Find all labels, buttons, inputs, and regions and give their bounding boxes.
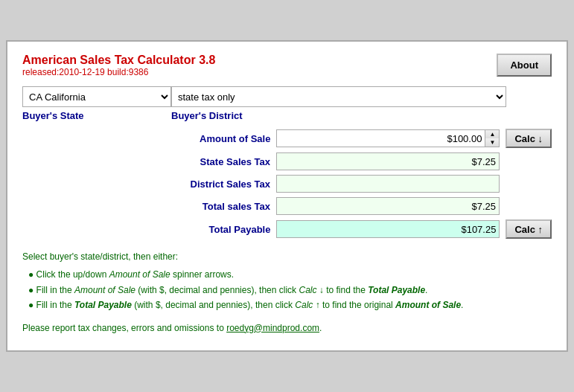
- header: American Sales Tax Calculator 3.8 releas…: [22, 54, 552, 77]
- district-sales-tax-label: District Sales Tax: [121, 179, 270, 190]
- buyer-district-label: Buyer's District: [171, 110, 243, 121]
- amount-of-sale-row: Amount of Sale ▲ ▼ Calc ↓: [22, 129, 552, 148]
- about-button[interactable]: About: [497, 54, 552, 77]
- amount-of-sale-label: Amount of Sale: [121, 133, 270, 144]
- app-subtitle: released:2010-12-19 build:9386: [22, 67, 215, 77]
- app-title: American Sales Tax Calculator 3.8: [22, 54, 215, 67]
- instruction-2: Fill in the Amount of Sale (with $, deci…: [28, 283, 552, 298]
- total-sales-tax-row: Total sales Tax: [22, 197, 552, 215]
- district-sales-tax-input: [276, 175, 500, 193]
- district-select[interactable]: state tax only: [171, 86, 506, 107]
- spinner: ▲ ▼: [485, 129, 500, 147]
- spinner-up[interactable]: ▲: [485, 130, 499, 138]
- main-window: American Sales Tax Calculator 3.8 releas…: [6, 40, 568, 352]
- total-payable-label: Total Payable: [121, 224, 270, 235]
- buyer-state-label: Buyer's State: [22, 110, 171, 121]
- state-sales-tax-input: [276, 152, 500, 170]
- calc-up-button[interactable]: Calc ↑: [506, 219, 552, 239]
- total-payable-input[interactable]: [276, 220, 500, 238]
- total-sales-tax-label: Total sales Tax: [121, 201, 270, 212]
- email-link[interactable]: roedyg@mindprod.com: [226, 323, 319, 333]
- calc-down-button[interactable]: Calc ↓: [506, 129, 552, 148]
- report-text: Please report tax changes, errors and om…: [22, 321, 552, 335]
- state-select[interactable]: CA California: [22, 86, 171, 107]
- district-sales-tax-row: District Sales Tax: [22, 175, 552, 193]
- amount-of-sale-wrapper: ▲ ▼: [276, 129, 500, 147]
- selectors-row: CA California state tax only: [22, 86, 552, 107]
- instruction-1: Click the up/down Amount of Sale spinner…: [28, 267, 552, 282]
- instructions: Select buyer's state/district, then eith…: [22, 249, 552, 335]
- state-sales-tax-row: State Sales Tax: [22, 152, 552, 170]
- labels-row: Buyer's State Buyer's District: [22, 110, 552, 121]
- state-sales-tax-label: State Sales Tax: [121, 156, 270, 167]
- spinner-down[interactable]: ▼: [485, 138, 499, 147]
- instructions-intro: Select buyer's state/district, then eith…: [22, 249, 552, 264]
- instructions-list: Click the up/down Amount of Sale spinner…: [28, 267, 552, 312]
- instruction-3: Fill in the Total Payable (with $, decim…: [28, 298, 552, 312]
- amount-of-sale-input[interactable]: [276, 129, 485, 147]
- app-info: American Sales Tax Calculator 3.8 releas…: [22, 54, 215, 77]
- total-payable-row: Total Payable Calc ↑: [22, 219, 552, 239]
- total-sales-tax-input: [276, 197, 500, 215]
